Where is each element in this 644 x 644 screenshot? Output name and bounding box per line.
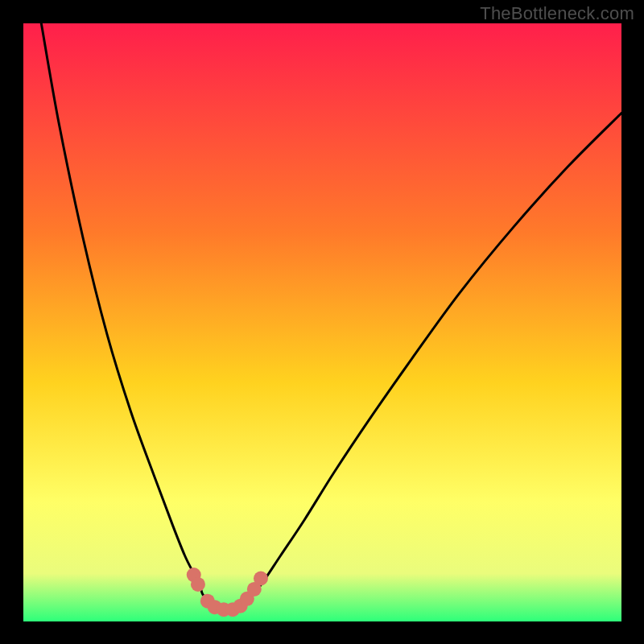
chart-frame: TheBottleneck.com [0, 0, 644, 644]
watermark-text: TheBottleneck.com [480, 3, 634, 24]
data-marker [191, 577, 205, 592]
gradient-background [23, 23, 621, 621]
data-marker [254, 572, 268, 586]
bottleneck-chart [0, 0, 644, 644]
